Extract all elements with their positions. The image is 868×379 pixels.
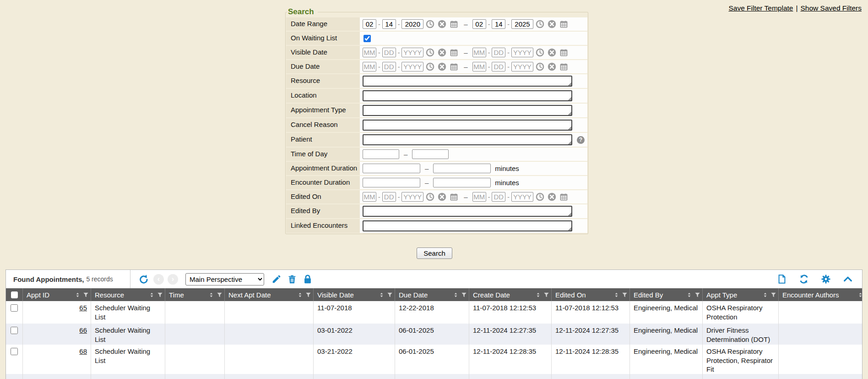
due-date-to-year-input[interactable] bbox=[511, 62, 533, 71]
clear-date-icon[interactable] bbox=[438, 62, 446, 71]
edited-by-input[interactable] bbox=[363, 206, 572, 217]
visible-date-from-month-input[interactable] bbox=[363, 48, 376, 57]
time-picker-icon[interactable] bbox=[426, 62, 434, 71]
collapse-chevron-up-icon[interactable] bbox=[843, 274, 853, 284]
next-page-icon[interactable]: › bbox=[168, 274, 178, 285]
column-header-encounter-authors[interactable]: Encounter Authors bbox=[778, 288, 862, 301]
sort-icon[interactable] bbox=[208, 292, 214, 298]
visible-date-from-day-input[interactable] bbox=[382, 48, 396, 57]
column-header-next-apt-date[interactable]: Next Apt Date bbox=[224, 288, 313, 301]
date-range-from-day-input[interactable] bbox=[382, 19, 396, 29]
location-input[interactable] bbox=[363, 90, 572, 101]
edited-on-to-month-input[interactable] bbox=[472, 192, 486, 202]
sort-icon[interactable] bbox=[857, 292, 862, 298]
column-header-create-date[interactable]: Create Date bbox=[469, 288, 551, 301]
visible-date-to-day-input[interactable] bbox=[492, 48, 505, 57]
appt-id-link[interactable]: 68 bbox=[79, 347, 87, 355]
undo-icon[interactable] bbox=[139, 274, 149, 284]
search-button[interactable]: Search bbox=[417, 247, 452, 259]
calendar-icon[interactable] bbox=[450, 20, 458, 28]
date-range-to-day-input[interactable] bbox=[492, 19, 505, 29]
appointment-type-input[interactable] bbox=[363, 105, 572, 116]
calendar-icon[interactable] bbox=[450, 192, 458, 201]
edited-on-from-day-input[interactable] bbox=[382, 192, 396, 202]
sort-icon[interactable] bbox=[379, 292, 385, 298]
date-range-from-month-input[interactable] bbox=[363, 19, 376, 29]
calendar-icon[interactable] bbox=[559, 20, 568, 28]
select-all-checkbox[interactable] bbox=[11, 291, 18, 298]
row-select-checkbox[interactable] bbox=[11, 304, 18, 312]
on-waiting-list-checkbox[interactable] bbox=[363, 35, 371, 42]
sort-icon[interactable] bbox=[613, 292, 619, 298]
time-picker-icon[interactable] bbox=[536, 48, 544, 57]
time-picker-icon[interactable] bbox=[426, 48, 434, 57]
due-date-to-month-input[interactable] bbox=[472, 62, 486, 71]
settings-gear-icon[interactable] bbox=[821, 274, 831, 284]
clear-date-icon[interactable] bbox=[548, 48, 556, 57]
edited-on-to-day-input[interactable] bbox=[492, 192, 505, 202]
filter-icon[interactable] bbox=[461, 292, 467, 298]
clear-date-icon[interactable] bbox=[548, 62, 556, 71]
calendar-icon[interactable] bbox=[559, 48, 568, 57]
appt-id-link[interactable]: 65 bbox=[79, 304, 87, 312]
visible-date-to-month-input[interactable] bbox=[472, 48, 486, 57]
save-filter-template-link[interactable]: Save Filter Template bbox=[728, 4, 793, 12]
column-header-appt-type[interactable]: Appt Type bbox=[702, 288, 778, 301]
linked-encounters-input[interactable] bbox=[363, 220, 572, 231]
calendar-icon[interactable] bbox=[559, 192, 568, 201]
sort-icon[interactable] bbox=[686, 292, 692, 298]
column-header-resource[interactable]: Resource bbox=[91, 288, 165, 301]
sort-icon[interactable] bbox=[535, 292, 541, 298]
calendar-icon[interactable] bbox=[450, 62, 458, 71]
show-saved-filters-link[interactable]: Show Saved Filters bbox=[800, 4, 862, 12]
filter-icon[interactable] bbox=[387, 292, 393, 298]
date-range-to-year-input[interactable] bbox=[511, 19, 533, 29]
help-icon[interactable]: ? bbox=[577, 136, 585, 144]
filter-icon[interactable] bbox=[694, 292, 700, 298]
clear-date-icon[interactable] bbox=[438, 192, 446, 201]
column-header-edited-on[interactable]: Edited On bbox=[551, 288, 629, 301]
sort-icon[interactable] bbox=[297, 292, 303, 298]
time-picker-icon[interactable] bbox=[536, 192, 544, 201]
encounter-duration-max-input[interactable] bbox=[433, 178, 491, 187]
date-range-from-year-input[interactable] bbox=[401, 19, 423, 29]
sort-icon[interactable] bbox=[762, 292, 768, 298]
time-picker-icon[interactable] bbox=[426, 20, 434, 28]
due-date-to-day-input[interactable] bbox=[492, 62, 505, 71]
filter-icon[interactable] bbox=[83, 292, 89, 298]
time-picker-icon[interactable] bbox=[536, 20, 544, 28]
new-document-icon[interactable] bbox=[777, 274, 787, 284]
time-of-day-from-input[interactable] bbox=[363, 149, 399, 159]
column-header-time[interactable]: Time bbox=[165, 288, 224, 301]
perspective-select[interactable]: Main Perspective bbox=[185, 273, 264, 286]
filter-icon[interactable] bbox=[157, 292, 163, 298]
row-select-checkbox[interactable] bbox=[11, 348, 18, 355]
filter-icon[interactable] bbox=[217, 292, 222, 298]
column-header-edited-by[interactable]: Edited By bbox=[629, 288, 702, 301]
time-picker-icon[interactable] bbox=[536, 62, 544, 71]
calendar-icon[interactable] bbox=[559, 62, 568, 71]
appointment-duration-max-input[interactable] bbox=[433, 164, 491, 173]
visible-date-to-year-input[interactable] bbox=[511, 48, 533, 57]
delete-perspective-icon[interactable] bbox=[287, 274, 297, 284]
edited-on-to-year-input[interactable] bbox=[511, 192, 533, 202]
lock-perspective-icon[interactable] bbox=[303, 274, 313, 284]
appt-id-link[interactable]: 66 bbox=[79, 326, 87, 334]
sort-icon[interactable] bbox=[453, 292, 459, 298]
due-date-from-day-input[interactable] bbox=[382, 62, 396, 71]
sort-icon[interactable] bbox=[75, 292, 81, 298]
edited-on-from-year-input[interactable] bbox=[401, 192, 423, 202]
appointment-duration-min-input[interactable] bbox=[363, 164, 420, 173]
column-header-visible-date[interactable]: Visible Date bbox=[313, 288, 395, 301]
due-date-from-year-input[interactable] bbox=[401, 62, 423, 71]
calendar-icon[interactable] bbox=[450, 48, 458, 57]
date-range-to-month-input[interactable] bbox=[472, 19, 486, 29]
clear-date-icon[interactable] bbox=[548, 20, 556, 28]
patient-input[interactable] bbox=[363, 134, 572, 145]
clear-date-icon[interactable] bbox=[548, 192, 556, 201]
filter-icon[interactable] bbox=[305, 292, 311, 298]
sort-icon[interactable] bbox=[149, 292, 155, 298]
resource-input[interactable] bbox=[363, 76, 572, 87]
filter-icon[interactable] bbox=[543, 292, 549, 298]
clear-date-icon[interactable] bbox=[438, 20, 446, 28]
